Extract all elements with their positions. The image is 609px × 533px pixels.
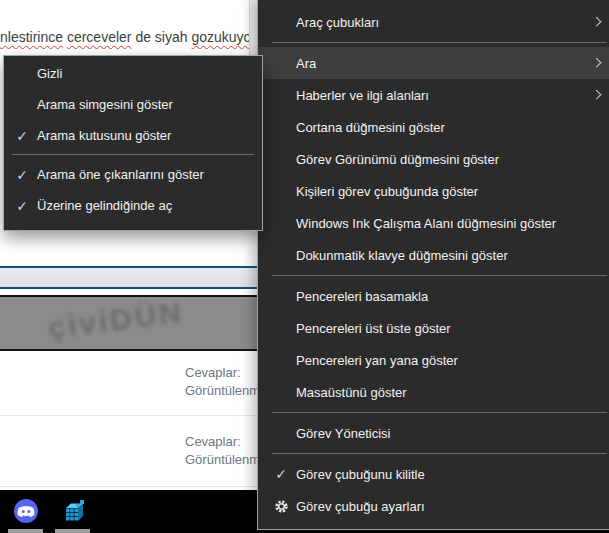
menu-item-label: Arama öne çıkanlarını göster [37,167,204,182]
search-submenu-item[interactable]: ✓Üzerine gelindiğinde aç [4,190,262,221]
context-menu-item[interactable]: Pencereleri üst üste göster [258,312,609,344]
search-submenu-item[interactable]: ✓Arama kutusunu göster [4,120,262,151]
misspelled-word: nlestirince [0,29,63,45]
voxel-cube-icon[interactable] [62,499,86,523]
menu-item-label: Dokunmatik klavye düğmesini göster [296,248,508,263]
menu-item-label: Haberler ve ilgi alanları [296,88,429,103]
menu-item-label: Arama kutusunu göster [37,128,171,143]
text-segment: de siyah [132,29,192,45]
context-menu-item[interactable]: Dokunmatik klavye düğmesini göster [258,239,609,271]
submenu-arrow-icon [592,17,602,27]
menu-separator [272,275,607,276]
forum-topic-row[interactable]: Cevaplar: Görüntülenme [0,351,258,416]
menu-separator [12,154,254,155]
page-banner: çiviDÜN [0,295,258,351]
replies-label: Cevaplar: [185,365,258,380]
views-label: Görüntülenme [185,383,258,398]
forum-topic-list: Cevaplar: Görüntülenme Cevaplar: Görüntü… [0,351,258,487]
search-submenu: GizliArama simgesini göster✓Arama kutusu… [3,55,263,231]
search-submenu-item[interactable]: Arama simgesini göster [4,89,262,120]
misspelled-word: gozukuyor [191,29,249,45]
menu-item-label: Gizli [37,66,62,81]
menu-item-label: Görev çubuğu ayarları [296,499,425,514]
banner-watermark: çiviDÜN [46,295,185,345]
context-menu-item[interactable]: Cortana düğmesini göster [258,111,609,143]
context-menu-item[interactable]: Görev Yöneticisi [258,417,609,449]
menu-item-label: Cortana düğmesini göster [296,120,445,135]
context-menu-item[interactable]: Pencereleri yan yana göster [258,344,609,376]
menu-item-label: Arama simgesini göster [37,97,173,112]
menu-item-label: Görev Yöneticisi [296,426,390,441]
replies-label: Cevaplar: [185,434,258,449]
menu-item-label: Kişileri görev çubuğunda göster [296,184,478,199]
notification-band [0,266,258,289]
discord-icon[interactable] [14,499,38,523]
menu-separator [272,42,607,43]
menu-item-label: Pencereleri basamakla [296,289,428,304]
views-label: Görüntülenme [185,452,258,467]
misspelled-word: cerceveler [67,29,132,45]
running-app-indicator [8,529,43,533]
menu-item-label: Görev Görünümü düğmesini göster [296,152,499,167]
taskbar-context-menu: Araç çubuklarıAraHaberler ve ilgi alanla… [257,0,609,530]
checkmark-icon: ✓ [12,199,32,213]
menu-separator [272,453,607,454]
checkmark-icon: ✓ [271,467,291,481]
forum-topic-row[interactable]: Cevaplar: Görüntülenme [0,416,258,487]
search-submenu-item[interactable]: Gizli [4,58,262,89]
submenu-arrow-icon [592,58,602,68]
page-editor-text: nlestirince cerceveler de siyah gozukuyo… [0,29,249,49]
menu-separator [272,412,607,413]
context-menu-item[interactable]: Kişileri görev çubuğunda göster [258,175,609,207]
context-menu-item[interactable]: Ara [258,47,609,79]
context-menu-item[interactable]: Haberler ve ilgi alanları [258,79,609,111]
context-menu-item[interactable]: Görev Görünümü düğmesini göster [258,143,609,175]
menu-item-label: Masaüstünü göster [296,385,407,400]
checkmark-icon: ✓ [12,129,32,143]
menu-item-label: Üzerine gelindiğinde aç [37,198,172,213]
search-submenu-item[interactable]: ✓Arama öne çıkanlarını göster [4,159,262,190]
checkmark-icon: ✓ [12,168,32,182]
context-menu-item[interactable]: ✓Görev çubuğunu kilitle [258,458,609,490]
menu-item-label: Pencereleri yan yana göster [296,353,458,368]
context-menu-item[interactable]: Araç çubukları [258,6,609,38]
menu-item-label: Windows Ink Çalışma Alanı düğmesini göst… [296,216,556,231]
context-menu-item[interactable]: Windows Ink Çalışma Alanı düğmesini göst… [258,207,609,239]
context-menu-item[interactable]: Pencereleri basamakla [258,280,609,312]
gear-icon [271,499,291,514]
menu-item-label: Pencereleri üst üste göster [296,321,451,336]
menu-item-label: Araç çubukları [296,15,379,30]
running-app-indicator [55,529,90,533]
context-menu-item[interactable]: Görev çubuğu ayarları [258,490,609,522]
menu-item-label: Ara [296,56,316,71]
menu-item-label: Görev çubuğunu kilitle [296,467,425,482]
context-menu-item[interactable]: Masaüstünü göster [258,376,609,408]
submenu-arrow-icon [592,90,602,100]
